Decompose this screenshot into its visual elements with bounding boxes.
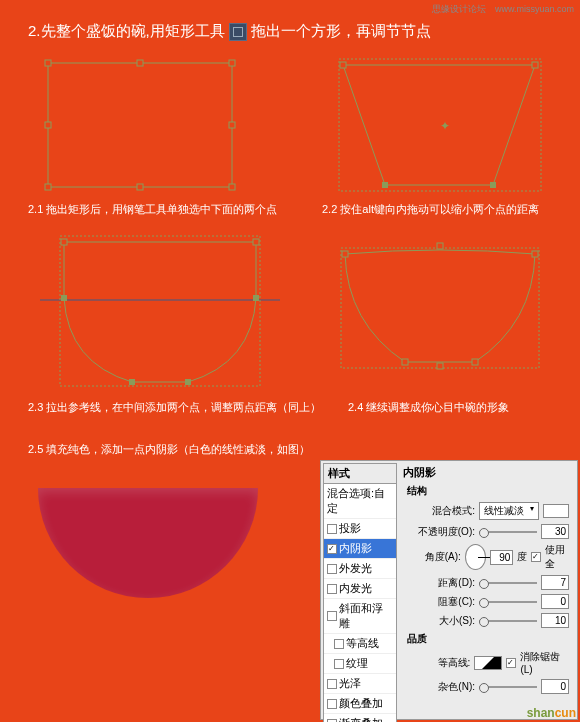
choke-slider[interactable] — [479, 601, 537, 603]
style-item[interactable]: 纹理 — [324, 654, 396, 674]
contour-picker[interactable] — [474, 656, 502, 670]
style-checkbox[interactable] — [327, 564, 337, 574]
svg-rect-3 — [229, 60, 235, 66]
panel-title: 内阴影 — [401, 463, 575, 482]
svg-rect-4 — [45, 122, 51, 128]
noise-slider[interactable] — [479, 686, 537, 688]
distance-value[interactable]: 7 — [541, 575, 569, 590]
shape-step-2: ✦ — [335, 55, 545, 195]
global-light-checkbox[interactable] — [531, 552, 541, 562]
style-item-label: 混合选项:自定 — [327, 486, 393, 516]
style-item-label: 斜面和浮雕 — [339, 601, 393, 631]
choke-value[interactable]: 0 — [541, 594, 569, 609]
svg-rect-27 — [472, 359, 478, 365]
shape-step-3 — [40, 228, 280, 393]
svg-rect-2 — [137, 60, 143, 66]
size-value[interactable]: 10 — [541, 613, 569, 628]
svg-rect-20 — [253, 295, 259, 301]
distance-slider[interactable] — [479, 582, 537, 584]
section-structure: 结构 — [401, 482, 575, 500]
header-credit: 思缘设计论坛 www.missyuan.com — [426, 3, 574, 16]
svg-rect-0 — [48, 63, 232, 187]
bowl-shape — [38, 488, 258, 598]
style-item[interactable]: 颜色叠加 — [324, 694, 396, 714]
style-item[interactable]: 投影 — [324, 519, 396, 539]
opacity-value[interactable]: 30 — [541, 524, 569, 539]
step-2-3-caption: 2.3 拉出参考线，在中间添加两个点，调整两点距离（同上） — [28, 400, 321, 415]
angle-label: 角度(A): — [407, 550, 461, 564]
distance-label: 距离(D): — [407, 576, 475, 590]
svg-rect-6 — [45, 184, 51, 190]
style-item[interactable]: 混合选项:自定 — [324, 484, 396, 519]
color-swatch[interactable] — [543, 504, 569, 518]
contour-label: 等高线: — [407, 656, 470, 670]
step-2-5-caption: 2.5 填充纯色，添加一点内阴影（白色的线性减淡，如图） — [28, 442, 310, 457]
style-item-label: 等高线 — [346, 636, 379, 651]
rectangle-tool-icon — [229, 23, 247, 41]
bowl-result — [38, 488, 258, 608]
style-item[interactable]: 斜面和浮雕 — [324, 599, 396, 634]
angle-value[interactable]: 90 — [490, 550, 513, 565]
svg-rect-10 — [340, 62, 346, 68]
forum-name: 思缘设计论坛 — [432, 4, 486, 14]
svg-rect-13 — [490, 182, 496, 188]
choke-label: 阻塞(C): — [407, 595, 475, 609]
style-item[interactable]: 内发光 — [324, 579, 396, 599]
style-checkbox[interactable] — [327, 719, 337, 723]
style-checkbox[interactable] — [327, 699, 337, 709]
style-item[interactable]: 外发光 — [324, 559, 396, 579]
size-slider[interactable] — [479, 620, 537, 622]
style-item[interactable]: 光泽 — [324, 674, 396, 694]
svg-rect-25 — [532, 251, 538, 257]
style-item[interactable]: 渐变叠加 — [324, 714, 396, 722]
blend-mode-label: 混合模式: — [407, 504, 475, 518]
angle-unit: 度 — [517, 550, 527, 564]
svg-text:✦: ✦ — [440, 119, 450, 133]
style-settings-panel: 内阴影 结构 混合模式: 线性减淡 不透明度(O): 30 角度(A): 90 … — [401, 463, 575, 696]
noise-label: 杂色(N): — [407, 680, 475, 694]
shape-step-1 — [40, 55, 240, 195]
angle-dial[interactable] — [465, 544, 486, 570]
style-item-label: 外发光 — [339, 561, 372, 576]
style-checkbox[interactable] — [327, 611, 337, 621]
section-quality: 品质 — [401, 630, 575, 648]
layer-style-dialog: 样式 混合选项:自定投影内阴影外发光内发光斜面和浮雕等高线纹理光泽颜色叠加渐变叠… — [320, 460, 578, 720]
style-item-label: 渐变叠加 — [339, 716, 383, 722]
style-checkbox[interactable] — [327, 679, 337, 689]
antialias-label: 消除锯齿(L) — [520, 650, 569, 675]
svg-rect-11 — [532, 62, 538, 68]
svg-rect-23 — [341, 248, 539, 368]
style-item-label: 纹理 — [346, 656, 368, 671]
style-checkbox[interactable] — [334, 639, 344, 649]
style-item[interactable]: 等高线 — [324, 634, 396, 654]
style-item[interactable]: 内阴影 — [324, 539, 396, 559]
style-item-label: 光泽 — [339, 676, 361, 691]
opacity-slider[interactable] — [479, 531, 537, 533]
svg-rect-5 — [229, 122, 235, 128]
style-checkbox[interactable] — [334, 659, 344, 669]
svg-rect-7 — [137, 184, 143, 190]
svg-rect-18 — [253, 239, 259, 245]
style-item-label: 内阴影 — [339, 541, 372, 556]
main-title: 2.先整个盛饭的碗,用矩形工具 拖出一个方形，再调节节点 — [28, 22, 431, 41]
svg-rect-22 — [185, 379, 191, 385]
svg-rect-19 — [61, 295, 67, 301]
svg-rect-12 — [382, 182, 388, 188]
style-list: 样式 混合选项:自定投影内阴影外发光内发光斜面和浮雕等高线纹理光泽颜色叠加渐变叠… — [323, 463, 397, 722]
antialias-checkbox[interactable] — [506, 658, 516, 668]
svg-rect-24 — [342, 251, 348, 257]
style-checkbox[interactable] — [327, 524, 337, 534]
style-checkbox[interactable] — [327, 584, 337, 594]
svg-rect-16 — [60, 236, 260, 386]
svg-rect-1 — [45, 60, 51, 66]
style-checkbox[interactable] — [327, 544, 337, 554]
style-list-header: 样式 — [324, 464, 396, 484]
forum-url: www.missyuan.com — [495, 4, 574, 14]
global-light-label: 使用全 — [545, 543, 569, 571]
noise-value[interactable]: 0 — [541, 679, 569, 694]
step-2-1-caption: 2.1 拖出矩形后，用钢笔工具单独选中下面的两个点 — [28, 202, 277, 217]
shape-step-4 — [335, 228, 545, 388]
blend-mode-select[interactable]: 线性减淡 — [479, 502, 539, 520]
size-label: 大小(S): — [407, 614, 475, 628]
watermark: shancun — [527, 706, 576, 720]
